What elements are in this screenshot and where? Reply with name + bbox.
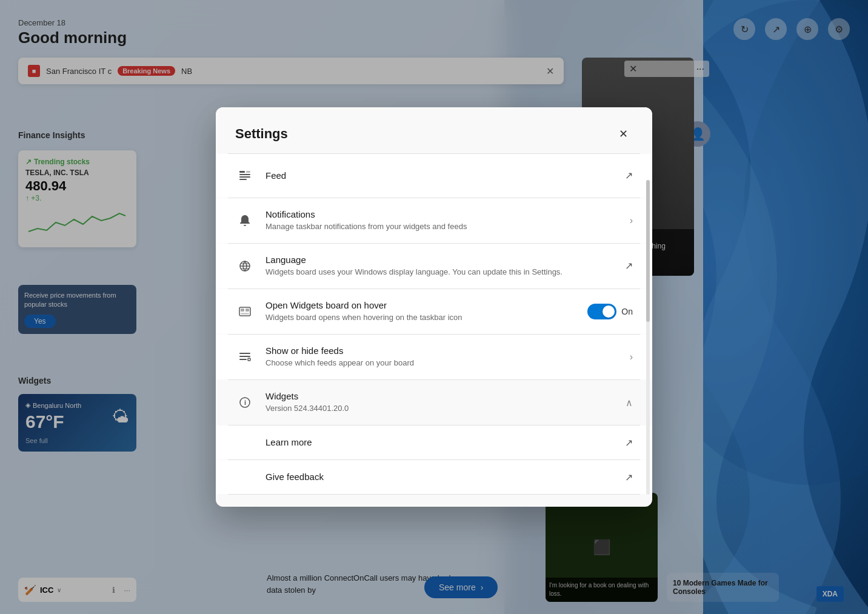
give-feedback-external-icon: ↗ bbox=[625, 472, 633, 483]
learn-more-action: ↗ bbox=[625, 437, 633, 449]
svg-rect-11 bbox=[245, 309, 249, 312]
learn-more-content: Learn more bbox=[265, 437, 614, 448]
feed-content: Feed bbox=[265, 170, 614, 181]
notifications-title: Notifications bbox=[265, 209, 619, 219]
feed-external-icon: ↗ bbox=[625, 170, 633, 181]
modal-overlay: Settings ✕ Feed bbox=[0, 0, 868, 614]
svg-rect-10 bbox=[241, 309, 244, 312]
settings-item-widgets[interactable]: i Widgets Version 524.34401.20.0 ∧ bbox=[216, 380, 652, 425]
feeds-action: › bbox=[630, 352, 633, 362]
settings-item-notifications[interactable]: Notifications Manage taskbar notificatio… bbox=[216, 198, 652, 243]
settings-item-learn-more[interactable]: Learn more ↗ bbox=[216, 425, 652, 459]
svg-rect-13 bbox=[239, 353, 250, 354]
hover-toggle[interactable] bbox=[587, 304, 616, 319]
settings-item-language[interactable]: + Language Widgets board uses your Windo… bbox=[216, 244, 652, 289]
settings-close-button[interactable]: ✕ bbox=[613, 124, 633, 144]
notifications-chevron-icon: › bbox=[630, 215, 633, 226]
svg-rect-12 bbox=[241, 313, 249, 315]
settings-title: Settings bbox=[235, 126, 288, 142]
widgets-expand-icon: ∧ bbox=[626, 397, 633, 409]
learn-more-title: Learn more bbox=[265, 437, 312, 447]
feed-title: Feed bbox=[265, 170, 614, 181]
hover-toggle-label: On bbox=[621, 307, 633, 316]
feeds-icon bbox=[235, 347, 255, 367]
feed-icon bbox=[235, 166, 255, 185]
svg-rect-16 bbox=[248, 358, 250, 361]
learn-more-external-icon: ↗ bbox=[625, 437, 633, 449]
settings-item-give-feedback[interactable]: Give feedback ↗ bbox=[216, 460, 652, 494]
hover-icon bbox=[235, 302, 255, 321]
notifications-action: › bbox=[630, 215, 633, 226]
language-content: Language Widgets board uses your Windows… bbox=[265, 255, 614, 278]
widgets-info-icon: i bbox=[235, 393, 255, 412]
notifications-desc: Manage taskbar notifications from your w… bbox=[265, 221, 619, 232]
feed-action: ↗ bbox=[625, 170, 633, 181]
svg-rect-5 bbox=[239, 179, 247, 180]
hover-desc: Widgets board opens when hovering on the… bbox=[265, 312, 576, 323]
language-title: Language bbox=[265, 255, 614, 265]
language-external-icon: ↗ bbox=[625, 260, 633, 272]
hover-content: Open Widgets board on hover Widgets boar… bbox=[265, 300, 576, 323]
toggle-knob bbox=[603, 305, 615, 318]
feeds-content: Show or hide feeds Choose which feeds ap… bbox=[265, 345, 619, 369]
svg-rect-4 bbox=[239, 176, 250, 178]
settings-modal: Settings ✕ Feed bbox=[216, 107, 652, 507]
widgets-title: Widgets bbox=[265, 391, 615, 401]
hover-title: Open Widgets board on hover bbox=[265, 300, 576, 310]
settings-body[interactable]: Feed ↗ Notifications Manage taskbar not bbox=[216, 153, 652, 507]
widgets-content: Widgets Version 524.34401.20.0 bbox=[265, 391, 615, 414]
language-icon: + bbox=[235, 256, 255, 276]
give-feedback-content: Give feedback bbox=[265, 472, 614, 482]
feeds-title: Show or hide feeds bbox=[265, 345, 619, 356]
settings-header: Settings ✕ bbox=[216, 107, 652, 153]
widgets-action: ∧ bbox=[626, 397, 633, 409]
svg-rect-14 bbox=[239, 356, 250, 357]
settings-item-feed[interactable]: Feed ↗ bbox=[216, 154, 652, 198]
give-feedback-action: ↗ bbox=[625, 472, 633, 483]
svg-rect-3 bbox=[239, 174, 250, 175]
widgets-version: Version 524.34401.20.0 bbox=[265, 403, 615, 414]
svg-rect-15 bbox=[239, 359, 247, 360]
svg-text:i: i bbox=[244, 399, 246, 406]
give-feedback-title: Give feedback bbox=[265, 472, 324, 482]
notifications-content: Notifications Manage taskbar notificatio… bbox=[265, 209, 619, 232]
language-desc: Widgets board uses your Windows display … bbox=[265, 267, 614, 278]
svg-text:+: + bbox=[247, 267, 250, 272]
hover-toggle-container[interactable]: On bbox=[587, 304, 633, 319]
feeds-desc: Choose which feeds appear on your board bbox=[265, 358, 619, 369]
svg-rect-6 bbox=[246, 171, 250, 173]
notifications-icon bbox=[235, 211, 255, 230]
hover-action[interactable]: On bbox=[587, 304, 633, 319]
language-action: ↗ bbox=[625, 260, 633, 272]
svg-rect-2 bbox=[239, 171, 245, 173]
settings-item-hover[interactable]: Open Widgets board on hover Widgets boar… bbox=[216, 289, 652, 334]
settings-item-feeds[interactable]: Show or hide feeds Choose which feeds ap… bbox=[216, 335, 652, 379]
feeds-chevron-icon: › bbox=[630, 352, 633, 362]
